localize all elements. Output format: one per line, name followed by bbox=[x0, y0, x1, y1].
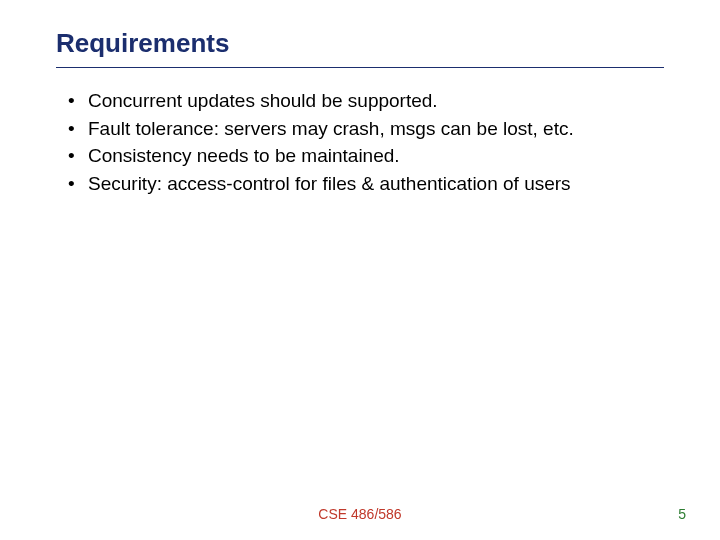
slide: Requirements Concurrent updates should b… bbox=[0, 0, 720, 540]
title-underline bbox=[56, 67, 664, 68]
bullet-list: Concurrent updates should be supported. … bbox=[56, 88, 664, 197]
bullet-item: Consistency needs to be maintained. bbox=[68, 143, 664, 169]
slide-title: Requirements bbox=[56, 28, 664, 59]
bullet-item: Concurrent updates should be supported. bbox=[68, 88, 664, 114]
footer-course: CSE 486/586 bbox=[0, 506, 720, 522]
footer-page-number: 5 bbox=[678, 506, 686, 522]
bullet-item: Fault tolerance: servers may crash, msgs… bbox=[68, 116, 664, 142]
bullet-item: Security: access-control for files & aut… bbox=[68, 171, 664, 197]
